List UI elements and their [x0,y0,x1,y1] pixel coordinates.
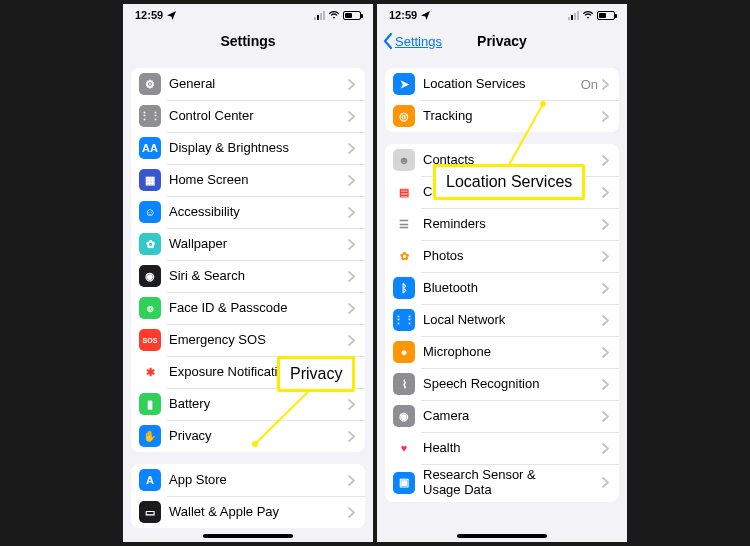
settings-list[interactable]: ⚙General⋮⋮Control CenterAADisplay & Brig… [123,56,373,542]
chevron-right-icon [348,431,355,442]
chevron-right-icon [602,251,609,262]
list-item[interactable]: ▭Wallet & Apple Pay [131,496,365,528]
chevron-right-icon [348,175,355,186]
text-size-icon: AA [139,137,161,159]
row-label: Home Screen [169,173,348,188]
row-label: General [169,77,348,92]
research-icon: ▣ [393,472,415,494]
list-item[interactable]: ◉Siri & Search [131,260,365,292]
network-icon: ⋮⋮ [393,309,415,331]
tracking-icon: ◎ [393,105,415,127]
chevron-right-icon [348,507,355,518]
list-item[interactable]: ●Microphone [385,336,619,368]
nav-bar: Settings Privacy [377,26,627,56]
wifi-icon [328,10,340,20]
chevron-right-icon [348,303,355,314]
list-item[interactable]: ♥Health [385,432,619,464]
row-label: Tracking [423,109,602,124]
chevron-right-icon [602,477,609,488]
privacy-list[interactable]: ➤Location ServicesOn◎Tracking☻Contacts▤C… [377,56,627,542]
list-item[interactable]: ⌇Speech Recognition [385,368,619,400]
siri-icon: ◉ [139,265,161,287]
list-item[interactable]: ✿Photos [385,240,619,272]
chevron-right-icon [602,155,609,166]
row-label: Wallpaper [169,237,348,252]
privacy-screen: 12:59 Settings Privacy ➤Location Service… [377,4,627,542]
home-indicator[interactable] [457,534,547,538]
row-label: Health [423,441,602,456]
person-icon: ☺ [139,201,161,223]
cell-signal-icon [314,11,325,20]
list-item[interactable]: ᛒBluetooth [385,272,619,304]
chevron-right-icon [602,443,609,454]
chevron-right-icon [602,111,609,122]
list-item[interactable]: ✿Wallpaper [131,228,365,260]
row-label: Bluetooth [423,281,602,296]
back-button[interactable]: Settings [383,26,442,56]
list-item[interactable]: ◉Camera [385,400,619,432]
chevron-right-icon [602,315,609,326]
chevron-right-icon [348,143,355,154]
row-value: On [581,77,598,92]
row-label: Siri & Search [169,269,348,284]
wallet-icon: ▭ [139,501,161,523]
list-item[interactable]: ☰Reminders [385,208,619,240]
clock: 12:59 [389,9,417,21]
row-label: Microphone [423,345,602,360]
location-arrow-icon [421,11,430,20]
bluetooth-icon: ᛒ [393,277,415,299]
list-item[interactable]: ⋮⋮Control Center [131,100,365,132]
list-item[interactable]: ⚙General [131,68,365,100]
chevron-right-icon [602,379,609,390]
status-bar: 12:59 [377,4,627,26]
row-label: Accessibility [169,205,348,220]
health-icon: ♥ [393,437,415,459]
chevron-right-icon [602,347,609,358]
row-label: Control Center [169,109,348,124]
battery-icon [343,11,361,20]
location-arrow-icon [167,11,176,20]
row-label: Speech Recognition [423,377,602,392]
row-label: Photos [423,249,602,264]
list-item[interactable]: AApp Store [131,464,365,496]
sos-icon: SOS [139,329,161,351]
flower-icon: ✿ [139,233,161,255]
faceid-icon: ⌾ [139,297,161,319]
list-item[interactable]: ⋮⋮Local Network [385,304,619,336]
hand-icon: ✋ [139,425,161,447]
wifi-icon [582,10,594,20]
chevron-right-icon [348,207,355,218]
gear-icon: ⚙ [139,73,161,95]
page-title: Privacy [477,33,527,49]
chevron-right-icon [602,187,609,198]
row-label: Battery [169,397,348,412]
row-label: Privacy [169,429,348,444]
reminders-icon: ☰ [393,213,415,235]
chevron-right-icon [348,239,355,250]
list-item[interactable]: ▮Battery [131,388,365,420]
row-label: App Store [169,473,348,488]
grid-icon: ▦ [139,169,161,191]
row-label: Local Network [423,313,602,328]
chevron-right-icon [348,475,355,486]
list-item[interactable]: ✋Privacy [131,420,365,452]
list-item[interactable]: ➤Location ServicesOn [385,68,619,100]
row-label: Camera [423,409,602,424]
list-item[interactable]: ⌾Face ID & Passcode [131,292,365,324]
nav-bar: Settings [123,26,373,56]
list-item[interactable]: ▣Research Sensor & Usage Data [385,464,619,502]
chevron-right-icon [348,335,355,346]
list-item[interactable]: AADisplay & Brightness [131,132,365,164]
page-title: Settings [220,33,275,49]
chevron-right-icon [602,411,609,422]
list-item[interactable]: ◎Tracking [385,100,619,132]
list-item[interactable]: ▦Home Screen [131,164,365,196]
settings-group: AApp Store▭Wallet & Apple Pay [131,464,365,528]
row-label: Research Sensor & Usage Data [423,468,602,498]
location-icon: ➤ [393,73,415,95]
appstore-icon: A [139,469,161,491]
list-item[interactable]: ☺Accessibility [131,196,365,228]
list-item[interactable]: SOSEmergency SOS [131,324,365,356]
home-indicator[interactable] [203,534,293,538]
row-label: Location Services [423,77,581,92]
